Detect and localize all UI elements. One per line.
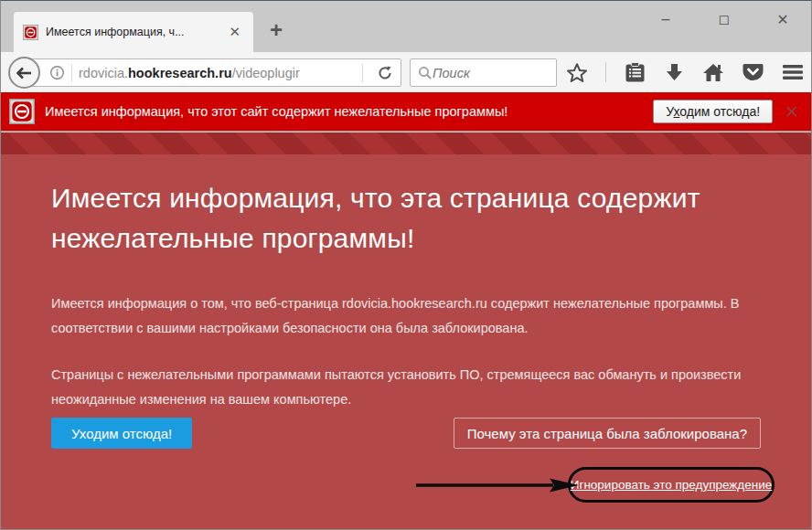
- page-title: Имеется информация, что эта страница сод…: [51, 178, 700, 259]
- notification-message: Имеется информация, что этот сайт содерж…: [45, 104, 508, 119]
- notification-leave-button[interactable]: Уходим отсюда!: [653, 100, 773, 123]
- why-blocked-button[interactable]: Почему эта страница была заблокирована?: [454, 418, 761, 449]
- blocked-description: Имеется информация о том, что веб-страни…: [51, 292, 743, 341]
- menu-hamburger-icon[interactable]: [782, 63, 804, 81]
- malware-notification-bar: Имеется информация, что этот сайт содерж…: [1, 92, 812, 132]
- warning-stripes: [1, 132, 812, 154]
- search-input[interactable]: [433, 66, 533, 80]
- notification-close-icon[interactable]: ✕: [785, 103, 799, 121]
- get-me-out-button[interactable]: Уходим отсюда!: [51, 418, 192, 449]
- search-box[interactable]: [410, 58, 557, 87]
- toolbar-divider: [605, 62, 606, 82]
- blocked-site-icon: [9, 99, 35, 124]
- window-controls: – ◻ ✕: [652, 8, 796, 30]
- bookmark-star-icon[interactable]: [566, 62, 588, 83]
- browser-tab[interactable]: Имеется информация, ч... ✕: [14, 12, 253, 52]
- address-bar[interactable]: rdovicia.hookresearch.ru/videoplugir: [27, 58, 401, 87]
- tab-close-icon[interactable]: ✕: [225, 24, 244, 40]
- close-window-button[interactable]: ✕: [769, 8, 796, 30]
- back-button[interactable]: [8, 57, 40, 89]
- search-icon: [418, 66, 433, 80]
- ignore-warning-link[interactable]: Игнорировать это предупреждение: [571, 478, 773, 492]
- toolbar-buttons: [566, 52, 804, 92]
- maximize-button[interactable]: ◻: [710, 8, 738, 30]
- annotation-oval: Игнорировать это предупреждение: [568, 467, 775, 503]
- navigation-toolbar: rdovicia.hookresearch.ru/videoplugir: [1, 52, 812, 92]
- action-buttons: Уходим отсюда! Почему эта страница была …: [51, 418, 761, 449]
- url-text[interactable]: rdovicia.hookresearch.ru/videoplugir: [79, 66, 300, 80]
- downloads-icon[interactable]: [664, 62, 685, 83]
- blocked-page: Имеется информация, что эта страница сод…: [1, 132, 812, 530]
- urlbar-divider: [71, 64, 72, 82]
- back-arrow-icon: [16, 67, 33, 80]
- urlbar-divider: [362, 64, 363, 82]
- browser-window: Имеется информация, ч... ✕ + – ◻ ✕ rdovi…: [0, 0, 812, 530]
- new-tab-button[interactable]: +: [270, 17, 283, 43]
- malware-explanation: Страницы с нежелательными программами пы…: [51, 363, 743, 412]
- titlebar: Имеется информация, ч... ✕ + – ◻ ✕: [1, 1, 812, 52]
- pocket-icon[interactable]: [742, 62, 764, 83]
- minimize-button[interactable]: –: [652, 8, 679, 30]
- blocked-site-favicon: [23, 25, 38, 40]
- reload-icon[interactable]: [369, 66, 401, 80]
- annotation-arrow-icon: [414, 475, 581, 495]
- tab-title: Имеется информация, ч...: [46, 26, 225, 38]
- bookmarks-panel-icon[interactable]: [624, 61, 646, 84]
- home-icon[interactable]: [702, 62, 724, 82]
- site-info-icon[interactable]: [49, 65, 65, 80]
